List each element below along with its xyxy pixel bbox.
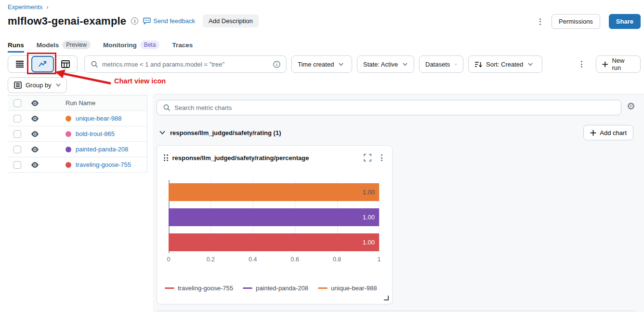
- title-row: mlflow3-genai-example i Send feedback Ad…: [8, 14, 259, 27]
- info-icon[interactable]: i: [131, 17, 138, 25]
- new-run-label: New run: [612, 57, 634, 71]
- x-tick-label: 0.4: [249, 256, 257, 263]
- datasets-filter[interactable]: Datasets: [419, 55, 463, 73]
- row-checkbox[interactable]: [13, 115, 21, 122]
- header-kebab-menu-icon[interactable]: [538, 16, 543, 27]
- run-color-dot: [66, 147, 71, 152]
- send-feedback-label: Send feedback: [153, 17, 195, 25]
- bar-chart-plot-area: 1.00 1.00 1.00: [169, 180, 379, 253]
- breadcrumb-experiments-link[interactable]: Experiments: [8, 3, 42, 11]
- metric-charts-search-input[interactable]: Search metric charts: [157, 100, 621, 115]
- tab-runs[interactable]: Runs: [8, 41, 24, 53]
- breadcrumb: Experiments ›: [8, 3, 48, 11]
- row-checkbox[interactable]: [13, 146, 21, 153]
- chart-view-icon: [38, 60, 48, 68]
- card-resize-handle[interactable]: [384, 296, 389, 300]
- section-divider: [157, 311, 636, 311]
- add-description-button[interactable]: Add Description: [203, 14, 259, 27]
- legend-color-dash: [165, 287, 174, 289]
- x-tick-label: 0.2: [207, 256, 215, 263]
- datasets-filter-label: Datasets: [425, 61, 450, 68]
- tab-traces-label: Traces: [172, 41, 193, 49]
- permissions-button[interactable]: Permissions: [552, 14, 600, 29]
- metric-chart-card: response/llm_judged/safety/rating/percen…: [157, 145, 393, 304]
- legend-color-dash: [243, 287, 252, 289]
- visibility-all-icon[interactable]: [31, 100, 39, 107]
- runs-search-input[interactable]: metrics.rmse < 1 and params.model = "tre…: [84, 55, 287, 73]
- chevron-down-icon: [403, 63, 407, 66]
- table-view-button[interactable]: [54, 56, 77, 72]
- view-toggle-group: [8, 55, 78, 73]
- visibility-icon[interactable]: [31, 162, 39, 168]
- list-view-button[interactable]: [8, 56, 31, 72]
- preview-badge: Preview: [62, 41, 91, 49]
- section-collapse-chevron-icon[interactable]: [159, 131, 165, 135]
- run-link[interactable]: traveling-goose-755: [76, 161, 131, 168]
- run-link[interactable]: bold-trout-865: [76, 130, 115, 137]
- legend-label: painted-panda-208: [256, 285, 308, 292]
- legend-item[interactable]: unique-bear-988: [318, 285, 377, 292]
- chevron-down-icon: [339, 63, 343, 66]
- table-row: traveling-goose-755: [8, 157, 147, 173]
- drag-handle-icon[interactable]: [164, 154, 168, 161]
- bar-painted-panda-208[interactable]: 1.00: [169, 208, 379, 226]
- run-link[interactable]: painted-panda-208: [76, 146, 128, 153]
- table-row: unique-bear-988: [8, 111, 147, 126]
- gear-icon[interactable]: ⚙: [627, 101, 635, 111]
- select-all-checkbox[interactable]: [13, 99, 21, 107]
- metric-search-placeholder: Search metric charts: [174, 104, 232, 111]
- search-icon: [163, 104, 171, 111]
- legend-label: traveling-goose-755: [178, 285, 233, 292]
- state-filter[interactable]: State: Active: [357, 55, 414, 73]
- share-button[interactable]: Share: [609, 14, 641, 29]
- chart-view-button[interactable]: [31, 56, 54, 72]
- legend-item[interactable]: traveling-goose-755: [165, 285, 233, 292]
- tab-models[interactable]: ModelsPreview: [37, 41, 91, 53]
- feedback-bubble-icon: [143, 17, 151, 25]
- gridline: [379, 180, 380, 253]
- bar-unique-bear-988[interactable]: 1.00: [169, 183, 379, 201]
- bar-traveling-goose-755[interactable]: 1.00: [169, 233, 379, 251]
- time-created-label: Time created: [298, 61, 334, 68]
- header-actions: Permissions Share: [538, 14, 641, 29]
- row-checkbox[interactable]: [13, 161, 21, 169]
- visibility-icon[interactable]: [31, 115, 39, 122]
- bar-value-label: 1.00: [363, 239, 375, 246]
- run-name-column-header[interactable]: Run Name: [46, 99, 147, 107]
- group-by-label: Group by: [26, 81, 51, 89]
- page-title: mlflow3-genai-example: [8, 15, 126, 27]
- group-by-button[interactable]: Group by: [8, 77, 67, 93]
- legend-item[interactable]: painted-panda-208: [243, 285, 308, 292]
- x-axis: 0 0.2 0.4 0.6 0.8 1: [169, 256, 379, 264]
- visibility-icon[interactable]: [31, 146, 39, 153]
- annotation-label: Chart view icon: [114, 77, 166, 85]
- run-link[interactable]: unique-bear-988: [76, 115, 121, 122]
- chart-card-header: response/llm_judged/safety/rating/percen…: [157, 146, 392, 163]
- x-tick-label: 1: [378, 256, 381, 263]
- sort-dropdown[interactable]: Sort: Created: [468, 55, 542, 73]
- runs-search-query: metrics.rmse < 1 and params.model = "tre…: [102, 61, 269, 68]
- send-feedback-link[interactable]: Send feedback: [143, 17, 195, 25]
- bar-value-label: 1.00: [363, 214, 375, 221]
- visibility-icon[interactable]: [31, 131, 39, 137]
- toolbar-kebab-menu-icon[interactable]: [579, 59, 584, 69]
- tab-monitoring[interactable]: MonitoringBeta: [103, 41, 159, 53]
- new-run-button[interactable]: New run: [596, 55, 641, 73]
- beta-badge: Beta: [140, 41, 160, 49]
- search-icon: [91, 60, 98, 68]
- chart-kebab-menu-icon[interactable]: [379, 152, 384, 163]
- time-created-filter[interactable]: Time created: [291, 55, 352, 73]
- breadcrumb-separator-icon: ›: [46, 4, 48, 11]
- table-row: bold-trout-865: [8, 126, 147, 142]
- plus-icon: [602, 61, 608, 68]
- query-info-icon[interactable]: [273, 61, 280, 68]
- add-chart-label: Add chart: [600, 129, 627, 136]
- list-view-icon: [15, 60, 24, 68]
- tab-traces[interactable]: Traces: [172, 41, 193, 53]
- fullscreen-icon[interactable]: [364, 154, 371, 162]
- metric-section-header: response/llm_judged/safety/rating (1) Ad…: [157, 125, 640, 140]
- row-checkbox[interactable]: [13, 130, 21, 138]
- run-color-dot: [66, 131, 71, 137]
- runs-table: Run Name unique-bear-988 bold-trout-865 …: [8, 95, 147, 173]
- add-chart-button[interactable]: Add chart: [583, 125, 633, 140]
